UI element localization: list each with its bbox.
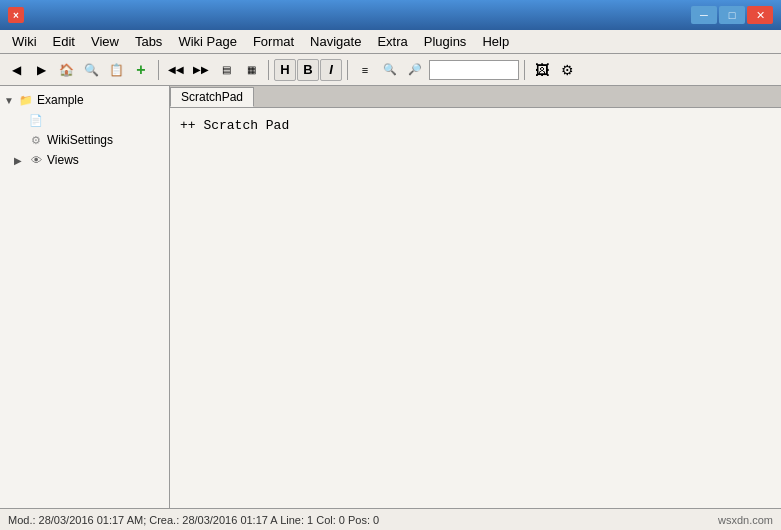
back-button[interactable]: ◀ [4, 58, 28, 82]
prev-page-button[interactable]: ◀◀ [164, 58, 188, 82]
menu-edit[interactable]: Edit [45, 32, 83, 51]
separator-2 [268, 60, 269, 80]
search-input[interactable] [429, 60, 519, 80]
search-button[interactable]: 🔍 [79, 58, 103, 82]
menu-format[interactable]: Format [245, 32, 302, 51]
main-content: ▼ 📁 Example 📄 ⚙ WikiSettings ▶ 👁 Views S… [0, 86, 781, 508]
image-button[interactable]: 🖼 [530, 58, 554, 82]
settings-button[interactable]: ⚙ [555, 58, 579, 82]
expander-views: ▶ [14, 155, 28, 166]
menu-bar: Wiki Edit View Tabs Wiki Page Format Nav… [0, 30, 781, 54]
menu-help[interactable]: Help [474, 32, 517, 51]
separator-4 [524, 60, 525, 80]
italic-button[interactable]: I [320, 59, 342, 81]
app-icon: × [8, 7, 24, 23]
tree-label-example: Example [37, 93, 84, 107]
menu-tabs[interactable]: Tabs [127, 32, 170, 51]
brand-text: wsxdn.com [718, 514, 773, 526]
views-icon: 👁 [28, 152, 44, 168]
minimize-button[interactable]: ─ [691, 6, 717, 24]
heading-button[interactable]: H [274, 59, 296, 81]
menu-extra[interactable]: Extra [369, 32, 415, 51]
tree-label-views: Views [47, 153, 79, 167]
tree-item-file[interactable]: 📄 [0, 110, 169, 130]
next-page-button[interactable]: ▶▶ [189, 58, 213, 82]
editor-tabs: ScratchPad [170, 86, 781, 108]
tree-item-views[interactable]: ▶ 👁 Views [0, 150, 169, 170]
status-text: Mod.: 28/03/2016 01:17 AM; Crea.: 28/03/… [8, 514, 379, 526]
home-button[interactable]: 🏠 [54, 58, 78, 82]
tree-item-example[interactable]: ▼ 📁 Example [0, 90, 169, 110]
menu-plugins[interactable]: Plugins [416, 32, 475, 51]
editor-text: ++ Scratch Pad [180, 116, 771, 136]
align-button[interactable]: ≡ [353, 58, 377, 82]
format-group: H B I [274, 59, 342, 81]
add-button[interactable]: + [129, 58, 153, 82]
title-bar: × ─ □ ✕ [0, 0, 781, 30]
close-button[interactable]: ✕ [747, 6, 773, 24]
title-bar-left: × [8, 7, 30, 23]
tree-label-wikisettings: WikiSettings [47, 133, 113, 147]
expander-example: ▼ [4, 95, 18, 106]
forward-button[interactable]: ▶ [29, 58, 53, 82]
folder-icon: 📁 [18, 92, 34, 108]
menu-wiki[interactable]: Wiki [4, 32, 45, 51]
layout-btn2[interactable]: ▦ [239, 58, 263, 82]
layout-btn1[interactable]: ▤ [214, 58, 238, 82]
status-bar: Mod.: 28/03/2016 01:17 AM; Crea.: 28/03/… [0, 508, 781, 530]
file-icon: 📄 [28, 112, 44, 128]
menu-wiki-page[interactable]: Wiki Page [170, 32, 245, 51]
view-button[interactable]: 📋 [104, 58, 128, 82]
extra-format-group: ≡ 🔍 🔎 [353, 58, 427, 82]
right-toolbar-group: 🖼 ⚙ [530, 58, 579, 82]
gear-icon: ⚙ [28, 132, 44, 148]
editor-area: ScratchPad ++ Scratch Pad [170, 86, 781, 508]
editor-content[interactable]: ++ Scratch Pad [170, 108, 781, 508]
menu-navigate[interactable]: Navigate [302, 32, 369, 51]
menu-view[interactable]: View [83, 32, 127, 51]
zoom-out-button[interactable]: 🔎 [403, 58, 427, 82]
window-controls: ─ □ ✕ [691, 6, 773, 24]
zoom-in-button[interactable]: 🔍 [378, 58, 402, 82]
sidebar: ▼ 📁 Example 📄 ⚙ WikiSettings ▶ 👁 Views [0, 86, 170, 508]
bold-button[interactable]: B [297, 59, 319, 81]
tab-scratchpad[interactable]: ScratchPad [170, 87, 254, 107]
tree-item-wikisettings[interactable]: ⚙ WikiSettings [0, 130, 169, 150]
nav-group: ◀ ▶ 🏠 🔍 📋 + [4, 58, 153, 82]
separator-1 [158, 60, 159, 80]
nav-arrows-group: ◀◀ ▶▶ ▤ ▦ [164, 58, 263, 82]
maximize-button[interactable]: □ [719, 6, 745, 24]
separator-3 [347, 60, 348, 80]
toolbar: ◀ ▶ 🏠 🔍 📋 + ◀◀ ▶▶ ▤ ▦ H B I ≡ 🔍 🔎 🖼 ⚙ [0, 54, 781, 86]
